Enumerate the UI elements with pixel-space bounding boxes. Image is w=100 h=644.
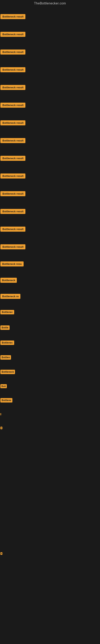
badge-row-22: Bottleneck (0, 365, 100, 379)
badge-18[interactable]: Bottlenec (0, 310, 14, 314)
badge-row-4: Bottleneck result (0, 61, 100, 78)
badge-5[interactable]: Bottleneck result (0, 85, 25, 90)
badge-row-12: Bottleneck result (0, 202, 100, 220)
badge-row-19: Bottle (0, 320, 100, 335)
spacer-2 (0, 475, 100, 515)
spacer-1 (0, 435, 100, 475)
badge-25[interactable]: | (0, 413, 1, 416)
badge-4[interactable]: Bottleneck result (0, 67, 25, 72)
bottom-spacer (0, 562, 100, 644)
badge-row-24: Bottlene (0, 393, 100, 407)
badge-9[interactable]: Bottleneck result (0, 156, 25, 161)
badge-row-7: Bottleneck result (0, 114, 100, 132)
badge-19[interactable]: Bottle (0, 326, 10, 330)
badge-13[interactable]: Bottleneck result (0, 226, 25, 232)
badge-23[interactable]: Bott (0, 384, 7, 388)
badge-24[interactable]: Bottlene (0, 398, 12, 402)
badge-7[interactable]: Bottleneck result (0, 120, 25, 126)
badge-row-25: | (0, 407, 100, 421)
badge-21[interactable]: Bottlen (0, 355, 11, 360)
badge-8[interactable]: Bottleneck result (0, 138, 25, 143)
badge-row-16: Bottleneck (0, 272, 100, 288)
badge-row-14: Bottleneck result (0, 238, 100, 256)
badge-16[interactable]: Bottleneck (0, 278, 17, 283)
badge-row-10: Bottleneck result (0, 167, 100, 185)
spacer-3 (0, 515, 100, 546)
badge-row-1: Bottleneck result (0, 8, 100, 25)
badge-15[interactable]: Bottleneck resu (0, 262, 24, 266)
badge-row-3: Bottleneck result (0, 43, 100, 61)
badge-row-9: Bottleneck result (0, 149, 100, 167)
badge-row-11: Bottleneck result (0, 185, 100, 202)
badge-20[interactable]: Bottlenec (0, 340, 14, 345)
badge-10[interactable]: Bottleneck result (0, 174, 25, 178)
badge-row-5: Bottleneck result (0, 78, 100, 96)
badge-1[interactable]: Bottleneck result (0, 14, 25, 19)
badge-final[interactable]: B (0, 552, 2, 555)
badge-row-15: Bottleneck resu (0, 256, 100, 272)
badge-row-13: Bottleneck result (0, 220, 100, 238)
badge-row-26: B (0, 421, 100, 435)
badge-row-23: Bott (0, 379, 100, 393)
badge-11[interactable]: Bottleneck result (0, 191, 25, 196)
badge-26[interactable]: B (0, 427, 2, 429)
badge-6[interactable]: Bottleneck result (0, 103, 25, 108)
row-final: B (0, 546, 100, 562)
badge-17[interactable]: Bottleneck re (0, 294, 20, 299)
badge-row-2: Bottleneck result (0, 25, 100, 43)
badge-12[interactable]: Bottleneck result (0, 209, 25, 214)
badge-list: Bottleneck resultBottleneck resultBottle… (0, 8, 100, 435)
badge-row-21: Bottlen (0, 350, 100, 365)
badge-2[interactable]: Bottleneck result (0, 32, 25, 37)
badge-14[interactable]: Bottleneck result (0, 244, 25, 249)
badge-3[interactable]: Bottleneck result (0, 50, 25, 54)
badge-22[interactable]: Bottleneck (0, 370, 15, 374)
site-title: TheBottlenecker.com (0, 0, 100, 8)
badge-row-6: Bottleneck result (0, 96, 100, 114)
badge-row-20: Bottlenec (0, 335, 100, 350)
badge-row-8: Bottleneck result (0, 132, 100, 149)
badge-row-17: Bottleneck re (0, 288, 100, 304)
badge-row-18: Bottlenec (0, 304, 100, 320)
site-header: TheBottlenecker.com (0, 0, 100, 8)
